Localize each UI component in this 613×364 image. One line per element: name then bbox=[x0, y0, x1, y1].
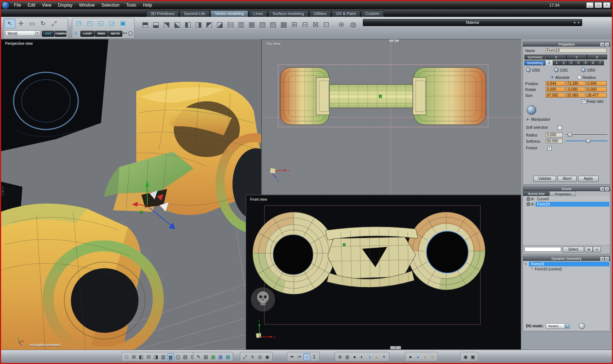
dg-item-form19[interactable]: ∿ Form19 bbox=[523, 262, 610, 266]
absolute-radio[interactable]: Absolute bbox=[550, 75, 570, 80]
modeling-tool-15-icon[interactable]: ⊞ bbox=[289, 19, 300, 30]
ring-select-button[interactable]: RING bbox=[95, 31, 108, 37]
lasso-select-icon[interactable]: ✛ bbox=[15, 19, 26, 29]
size-y-field[interactable] bbox=[566, 93, 585, 98]
grow-select-icon[interactable]: ◯ bbox=[128, 30, 133, 36]
front-viewport[interactable]: x y Front view ▼ bbox=[246, 195, 521, 350]
scene-item-form19[interactable]: Form19 bbox=[523, 202, 610, 207]
material-prev-icon[interactable]: ◂ bbox=[572, 19, 577, 26]
grid-blue-icon[interactable]: ▦ bbox=[217, 353, 224, 360]
menu-window[interactable]: Window bbox=[76, 1, 98, 9]
render-settings-icon[interactable]: ▣ bbox=[469, 353, 476, 360]
top-splitter-handle[interactable]: ▲ bbox=[389, 40, 400, 43]
radius-slider[interactable] bbox=[566, 133, 607, 136]
smoothing-level-4[interactable]: 4 bbox=[575, 61, 582, 65]
smoothing-level-5[interactable]: 5 bbox=[582, 61, 589, 65]
world-space-dropdown[interactable]: World ▼ bbox=[5, 30, 40, 36]
freeze-checkbox[interactable]: ✓ bbox=[547, 146, 552, 150]
grid-plane-icon[interactable]: ▤ bbox=[202, 353, 209, 360]
scale-tool-icon[interactable]: ⤢ bbox=[48, 19, 60, 29]
shading-flat-icon[interactable]: ● bbox=[351, 353, 358, 360]
rect-select-icon[interactable]: ▭ bbox=[26, 19, 37, 29]
grid-green-icon[interactable]: ▦ bbox=[210, 353, 217, 360]
modeling-tool-11-icon[interactable]: ▦ bbox=[246, 19, 257, 30]
size-z-field[interactable] bbox=[586, 93, 607, 98]
shading-wireframe-icon[interactable]: ⊕ bbox=[336, 353, 343, 360]
menu-display[interactable]: Display bbox=[55, 1, 76, 9]
camera-toggle-button[interactable]: CAMERA bbox=[55, 31, 66, 37]
scene-filter-input[interactable] bbox=[524, 247, 561, 252]
add-sphere-icon[interactable]: ⊕ bbox=[336, 19, 347, 30]
position-y-field[interactable] bbox=[566, 81, 585, 86]
shading-hidden-line-icon[interactable]: ◍ bbox=[344, 353, 351, 360]
shading-smooth-icon[interactable]: ◑ bbox=[366, 353, 373, 360]
relative-radio[interactable]: Relative bbox=[577, 75, 596, 80]
axis-y-header[interactable]: Y bbox=[566, 55, 587, 59]
drop-to-grid-icon[interactable]: ↧ bbox=[311, 353, 318, 360]
modeling-tool-2-icon[interactable]: ⬓ bbox=[151, 19, 161, 30]
modeling-tool-14-icon[interactable]: ▩ bbox=[278, 19, 289, 30]
layout-single-icon[interactable]: □ bbox=[123, 353, 130, 360]
zoom-icon[interactable]: ◎ bbox=[256, 353, 263, 360]
menu-edit[interactable]: Edit bbox=[24, 1, 39, 9]
scene-item-curve0[interactable]: Curve0 bbox=[523, 197, 610, 201]
scene-panel-titlebar[interactable]: Scene ◂ × bbox=[523, 186, 610, 191]
tab-vertex-modeling[interactable]: Vertex modeling bbox=[210, 10, 248, 17]
smoothing-button[interactable]: Smoothing bbox=[524, 61, 545, 65]
modeling-tool-18-icon[interactable]: ⊡ bbox=[321, 19, 332, 30]
soft-select-icon[interactable]: ◍ bbox=[348, 19, 358, 30]
apply-button[interactable]: Apply bbox=[578, 176, 599, 182]
knife-tool-icon[interactable]: ✑ bbox=[296, 353, 303, 360]
visibility-eye-icon[interactable] bbox=[531, 203, 534, 205]
layout-rows-icon[interactable]: ▥ bbox=[160, 353, 167, 360]
soft-selection-checkbox[interactable] bbox=[558, 125, 562, 130]
modeling-tool-17-icon[interactable]: ⊠ bbox=[310, 19, 321, 30]
render-sphere-icon[interactable]: ◉ bbox=[462, 353, 469, 360]
magnet-snap-icon[interactable]: ∩ bbox=[303, 353, 310, 360]
dg-sphere-button[interactable] bbox=[579, 323, 585, 329]
position-z-field[interactable] bbox=[586, 81, 607, 86]
edge-tool-4-icon[interactable]: ◲ bbox=[106, 19, 117, 28]
rotate-tool-icon[interactable]: ↻ bbox=[37, 19, 48, 29]
smoothing-level-7[interactable]: 7 bbox=[597, 61, 604, 65]
scene-tool-2-button[interactable]: ◎ bbox=[593, 247, 601, 252]
tab-lines[interactable]: Lines bbox=[249, 10, 267, 17]
loop-select-button[interactable]: LOOP bbox=[80, 31, 94, 37]
front-canvas[interactable]: x y bbox=[246, 195, 521, 349]
app-logo-icon[interactable] bbox=[1, 1, 10, 10]
bottom-splitter-handle[interactable]: ▼ bbox=[390, 346, 401, 349]
lock-icon[interactable] bbox=[527, 203, 530, 206]
rotate-x-field[interactable] bbox=[546, 87, 565, 92]
properties-panel-titlebar[interactable]: Properties ◂ × bbox=[523, 42, 610, 47]
validate-button[interactable]: Validate bbox=[533, 176, 556, 182]
keep-ratio-checkbox[interactable]: ✓ bbox=[582, 99, 586, 104]
left-splitter-handle[interactable]: ◂ bbox=[1, 186, 4, 196]
axis-z-header[interactable]: Z bbox=[587, 55, 607, 59]
menu-help[interactable]: Help bbox=[140, 1, 155, 9]
smoothing-level-1[interactable]: 1 bbox=[553, 61, 560, 65]
pen-tool-icon[interactable]: ✒ bbox=[289, 353, 296, 360]
position-x-field[interactable] bbox=[546, 81, 565, 86]
shading-flat-lines-icon[interactable]: ◐ bbox=[358, 353, 365, 360]
layout-top-split-icon[interactable]: ▤ bbox=[182, 353, 189, 360]
layout-quad-icon[interactable]: ⊞ bbox=[130, 353, 137, 360]
scene-tool-1-button[interactable]: ▤ bbox=[585, 247, 593, 252]
edge-tool-5-icon[interactable]: ▣ bbox=[117, 19, 128, 28]
modeling-tool-5-icon[interactable]: ◧ bbox=[183, 19, 193, 30]
center-view-icon[interactable]: ✛ bbox=[249, 353, 256, 360]
menu-selection[interactable]: Selection bbox=[98, 1, 123, 9]
symmetry-button[interactable]: Symmetry bbox=[524, 55, 545, 59]
edit-grid-icon[interactable]: ✎ bbox=[195, 353, 202, 360]
modeling-tool-10-icon[interactable]: ▥ bbox=[236, 19, 246, 30]
layout-columns-icon[interactable]: ◫ bbox=[174, 353, 181, 360]
edge-tool-3-icon[interactable]: ◱ bbox=[95, 19, 106, 28]
top-canvas[interactable]: x z bbox=[262, 40, 522, 194]
smoothing-level-6[interactable]: 6 bbox=[589, 61, 597, 65]
menu-file[interactable]: File bbox=[11, 1, 24, 9]
layout-active-icon[interactable]: ▦ bbox=[167, 353, 174, 360]
tab-uv-paint[interactable]: UV & Paint bbox=[332, 10, 360, 17]
manipulator-ball-icon[interactable] bbox=[527, 105, 536, 115]
grid-teal-icon[interactable]: ▦ bbox=[224, 353, 231, 360]
rotate-z-field[interactable] bbox=[586, 87, 607, 92]
smoothing-level-3[interactable]: 3 bbox=[567, 61, 575, 65]
